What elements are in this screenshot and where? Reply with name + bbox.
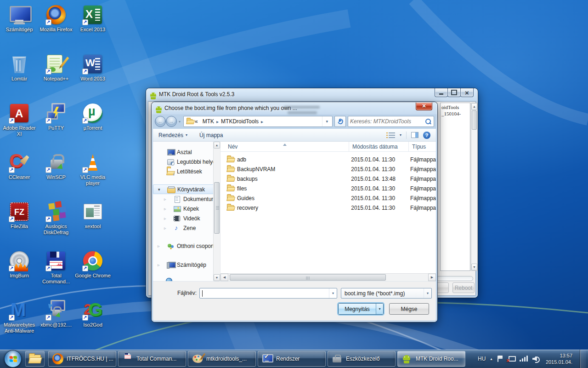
taskbar-button-mtkdroidtools-image[interactable]: mtkdroidtools_... [188, 351, 256, 367]
nav-item-pictures[interactable]: ▹Képek [153, 204, 220, 213]
expander-icon[interactable]: ▹ [164, 197, 166, 201]
mtk-log-panel[interactable]: oidTools _150104- [440, 103, 470, 271]
desktop-icon-ccleaner[interactable]: CCleaner [1, 150, 38, 199]
taskbar-clock[interactable]: 13:57 2015.01.04. [546, 352, 572, 365]
chevron-down-icon[interactable]: ▾ [400, 133, 401, 137]
scroll-up-icon[interactable]: ▲ [214, 142, 220, 149]
start-button[interactable] [4, 350, 22, 368]
file-row-backupnvram[interactable]: BackupNVRAM2015.01.04. 11:30Fájlmappa [220, 164, 436, 174]
scrollbar-thumb[interactable] [214, 182, 220, 234]
chevron-down-icon[interactable]: ▾ [329, 288, 337, 298]
scroll-up-icon[interactable]: ▲ [471, 103, 477, 110]
nav-item-recent-places[interactable]: Legutóbbi helyek [153, 157, 220, 167]
desktop-icon-xbmc[interactable]: xbmc@192.... [38, 297, 74, 346]
expander-icon[interactable]: ▹ [164, 226, 166, 230]
scroll-right-icon[interactable]: ▶ [428, 274, 436, 281]
breadcrumb[interactable]: « MTK ▸ MTKDroidTools ▸ ▾ [183, 116, 333, 127]
desktop-icon-chrome[interactable]: Google Chrome [74, 248, 111, 297]
desktop-icon-word[interactable]: Word 2013 [74, 51, 111, 100]
desktop-icon-utorrent[interactable]: µTorrent [74, 100, 111, 150]
filetype-combobox[interactable]: boot.img file (*boot*.img) ▾ [341, 288, 432, 299]
desktop-icon-adobe-reader[interactable]: Adobe Reader XI [1, 100, 38, 150]
expander-icon[interactable]: ▹ [158, 263, 160, 267]
network-disconnected-icon[interactable] [508, 356, 515, 362]
taskbar-button-system[interactable]: Rendszer [258, 351, 326, 367]
history-chevron-icon[interactable]: ▾ [179, 120, 181, 124]
taskbar-button-mtk-droid[interactable]: MTK Droid Roo... [397, 351, 465, 367]
desktop-icon-xextool[interactable]: xextool [74, 199, 111, 248]
desktop-icon-total-commander[interactable]: Total Command... [38, 248, 74, 297]
open-button[interactable]: Megnyitás [339, 304, 376, 314]
file-row-adb[interactable]: adb2015.01.04. 11:30Fájlmappa [220, 155, 436, 164]
scroll-left-icon[interactable]: ◀ [220, 274, 228, 281]
desktop-icon-firefox[interactable]: Mozilla Firefox [38, 2, 74, 51]
show-desktop-button[interactable] [580, 350, 586, 368]
nav-item-libraries[interactable]: ▾Könyvtárak [153, 184, 220, 194]
taskbar-button-device-manager[interactable]: Eszközkezelő [328, 351, 396, 367]
show-hidden-icons-chevron[interactable]: ▴ [490, 356, 492, 361]
nav-item-homegroup[interactable]: ▹Otthoni csoport [153, 241, 220, 251]
volume-icon[interactable] [532, 356, 540, 362]
expander-icon[interactable]: ▹ [164, 216, 166, 221]
organize-menu[interactable]: Rendezés▾ [158, 132, 187, 138]
forward-button[interactable]: → [166, 116, 177, 127]
desktop-icon-putty[interactable]: PuTTY [38, 100, 74, 150]
desktop-icon-filezilla[interactable]: FileZilla [1, 199, 38, 248]
close-button[interactable] [460, 88, 474, 97]
file-row-recovery[interactable]: recovery2015.01.04. 11:30Fájlmappa [220, 203, 436, 213]
desktop-icon-recycle-bin[interactable]: Lomtár [1, 51, 38, 100]
expander-icon[interactable]: ▾ [158, 187, 160, 192]
nav-item-computer[interactable]: ▹Számítógép [153, 260, 220, 270]
open-dropdown-icon[interactable]: ▾ [376, 304, 383, 314]
language-indicator[interactable]: HU [478, 356, 486, 362]
back-button[interactable]: ← [155, 116, 166, 127]
desktop-icon-vlc[interactable]: VLC media player [74, 150, 111, 199]
chevron-down-icon[interactable]: ▾ [424, 288, 431, 298]
cancel-button[interactable]: Mégse [389, 303, 429, 315]
expander-icon[interactable]: ▹ [164, 207, 166, 211]
column-header-date[interactable]: Módosítás dátuma [349, 142, 409, 151]
nav-item-documents[interactable]: ▹Dokumentumok [153, 194, 220, 204]
file-row-files[interactable]: files2015.01.04. 11:30Fájlmappa [220, 184, 436, 193]
expander-icon[interactable]: ▹ [158, 244, 160, 248]
action-center-flag-icon[interactable] [497, 356, 503, 362]
search-input[interactable] [348, 118, 424, 125]
desktop-icon-computer[interactable]: Számítógép [1, 2, 38, 51]
preview-pane-icon[interactable] [411, 132, 418, 138]
mtk-log-scrollbar[interactable]: ▲ ▼ [471, 103, 478, 271]
signal-bars-icon[interactable] [520, 356, 528, 362]
desktop-icon-imgburn[interactable]: ImgBurn [1, 248, 38, 297]
nav-item-downloads[interactable]: Letöltések [153, 167, 220, 176]
breadcrumb-prefix[interactable]: « [195, 118, 198, 125]
maximize-button[interactable] [447, 88, 461, 97]
nav-item-videos[interactable]: ▹Videók [153, 213, 220, 223]
scrollbar-thumb[interactable] [472, 110, 477, 130]
scroll-down-icon[interactable]: ▼ [471, 264, 477, 270]
scrollbar-thumb[interactable] [230, 274, 386, 281]
reboot-button[interactable]: Reboot [452, 282, 475, 293]
nav-item-desktop[interactable]: Asztal [153, 147, 220, 157]
taskbar-explorer-button[interactable] [25, 351, 45, 367]
help-icon[interactable]: ? [423, 132, 430, 139]
desktop-icon-malwarebytes[interactable]: Malwarebytes Anti-Malware [1, 297, 38, 346]
address-dropdown-icon[interactable]: ▾ [322, 116, 331, 126]
desktop-icon-winscp[interactable]: WinSCP [38, 150, 74, 199]
new-folder-button[interactable]: Új mappa [199, 132, 223, 138]
breadcrumb-item-mtkdroidtools[interactable]: MTKDroidTools [221, 118, 259, 125]
file-row-backups[interactable]: backups2015.01.04. 13:48Fájlmappa [220, 174, 436, 184]
file-row-guides[interactable]: Guides2015.01.04. 11:30Fájlmappa [220, 193, 436, 203]
filename-combobox[interactable]: ▾ [199, 288, 337, 299]
search-box[interactable] [348, 116, 434, 127]
open-split-button[interactable]: Megnyitás ▾ [338, 303, 384, 315]
scroll-down-icon[interactable]: ▼ [214, 274, 220, 281]
desktop-icon-excel[interactable]: Excel 2013 [74, 2, 111, 51]
mtk-window-titlebar[interactable]: MTK Droid Root & Tools v2.5.3 [146, 88, 478, 100]
change-view-icon[interactable] [389, 132, 395, 138]
desktop-icon-auslogics-diskdefrag[interactable]: Auslogics DiskDefrag [38, 199, 74, 248]
desktop-icon-iso2god[interactable]: Iso2God [74, 297, 111, 346]
breadcrumb-item-mtk[interactable]: MTK [203, 118, 214, 125]
nav-item-music[interactable]: ▹Zene [153, 223, 220, 233]
refresh-button[interactable] [334, 116, 346, 127]
taskbar-button-firefox[interactable]: ITFRÖCCS.HU | ... [48, 351, 116, 367]
desktop-icon-notepad-plus-plus[interactable]: Notepad++ [38, 51, 74, 100]
